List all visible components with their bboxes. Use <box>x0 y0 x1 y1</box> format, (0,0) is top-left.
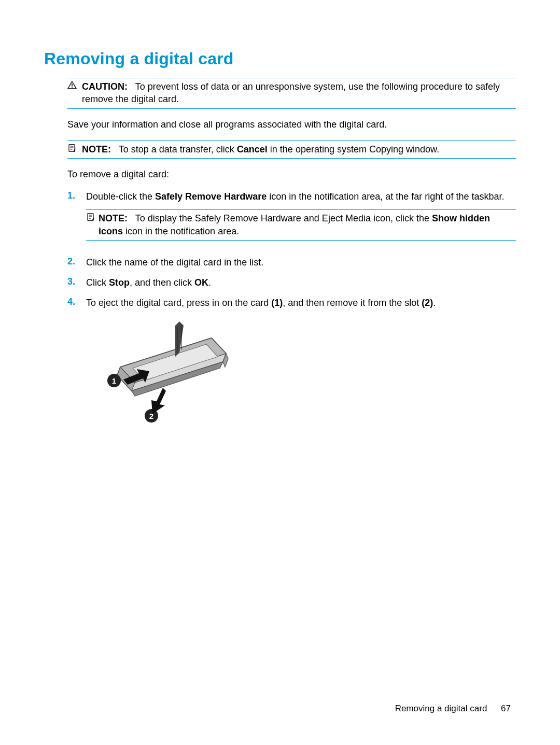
step-text: . <box>433 298 436 308</box>
lead-in-text: To remove a digital card: <box>67 168 516 181</box>
note-label: NOTE: <box>82 144 111 154</box>
note-text-pre: To stop a data transfer, click <box>119 144 237 154</box>
list-item: 3. Click Stop, and then click OK. <box>67 276 516 289</box>
step-text: To eject the digital card, press in on t… <box>86 298 271 308</box>
svg-rect-0 <box>72 84 73 87</box>
footer-page-number: 67 <box>501 704 511 713</box>
nested-note-callout: NOTE: To display the Safely Remove Hardw… <box>86 209 516 241</box>
steps-list: 1. Double-click the Safely Remove Hardwa… <box>67 190 516 435</box>
step-bold: (2) <box>422 298 433 308</box>
note-text-bold: Cancel <box>237 144 268 154</box>
step-text: Click the name of the digital card in th… <box>86 256 516 269</box>
step-bold: Safely Remove Hardware <box>155 191 267 202</box>
svg-text:1: 1 <box>112 376 116 385</box>
note-callout: NOTE: To stop a data transfer, click Can… <box>67 140 516 159</box>
note-label: NOTE: <box>99 213 128 223</box>
list-item: 2. Click the name of the digital card in… <box>67 256 516 269</box>
intro-paragraph: Save your information and close all prog… <box>67 118 516 131</box>
list-item: 4. To eject the digital card, press in o… <box>67 297 516 434</box>
note-text-post: icon in the notification area. <box>123 226 239 236</box>
note-text-pre: To display the Safely Remove Hardware an… <box>135 213 432 223</box>
digital-card-illustration: 1 2 <box>95 317 516 435</box>
page-title: Removing a digital card <box>44 49 516 68</box>
step-text: icon in the notification area, at the fa… <box>267 191 504 202</box>
step-text: Double-click the <box>86 191 155 202</box>
step-bold: OK <box>194 277 208 288</box>
page-footer: Removing a digital card 67 <box>0 704 560 714</box>
list-item: 1. Double-click the Safely Remove Hardwa… <box>67 190 516 249</box>
step-bold: (1) <box>271 298 283 308</box>
step-text: Click <box>86 277 109 288</box>
step-number: 3. <box>67 276 86 287</box>
note-text-post: in the operating system Copying window. <box>268 144 439 154</box>
svg-rect-1 <box>72 87 73 88</box>
caution-text: To prevent loss of data or an unresponsi… <box>82 81 500 104</box>
note-icon <box>67 143 82 153</box>
caution-callout: CAUTION: To prevent loss of data or an u… <box>67 78 516 109</box>
step-bold: Stop <box>109 277 130 288</box>
footer-section-title: Removing a digital card <box>395 704 487 713</box>
note-icon <box>86 212 99 222</box>
caution-icon <box>67 80 82 89</box>
svg-marker-24 <box>151 388 166 414</box>
step-text: . <box>208 277 211 288</box>
step-text: , and then remove it from the slot <box>283 298 422 308</box>
step-number: 1. <box>67 190 86 201</box>
step-text: , and then click <box>130 277 194 288</box>
page: Removing a digital card CAUTION: To prev… <box>0 0 560 745</box>
caution-label: CAUTION: <box>82 81 128 92</box>
step-number: 4. <box>67 297 86 307</box>
step-number: 2. <box>67 256 86 267</box>
